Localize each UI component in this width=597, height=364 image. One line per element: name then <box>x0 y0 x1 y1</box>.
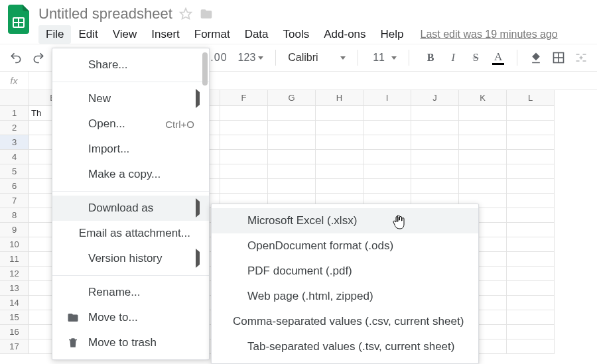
italic-button[interactable]: I <box>444 48 462 68</box>
cell[interactable] <box>364 106 411 121</box>
cell[interactable] <box>364 135 411 150</box>
cell[interactable] <box>507 296 555 310</box>
menu-data[interactable]: Data <box>237 25 276 44</box>
document-title[interactable]: Untitled spreadsheet <box>38 5 172 23</box>
cell[interactable] <box>507 150 555 164</box>
redo-icon[interactable] <box>29 48 48 68</box>
font-family-select[interactable]: Calibri <box>288 52 336 64</box>
cell[interactable] <box>459 179 507 194</box>
number-format[interactable]: 123 <box>238 52 264 64</box>
cell[interactable] <box>316 121 364 135</box>
undo-icon[interactable] <box>7 48 25 68</box>
cell[interactable] <box>316 150 364 164</box>
row-header[interactable]: 7 <box>0 194 29 208</box>
cell[interactable] <box>220 121 268 135</box>
cell[interactable] <box>459 164 507 179</box>
cell[interactable] <box>507 135 555 150</box>
download-csv[interactable]: Comma-separated values (.csv, current sh… <box>212 309 478 334</box>
file-open[interactable]: Open...Ctrl+O <box>52 111 209 137</box>
cell[interactable] <box>268 150 316 164</box>
cell[interactable] <box>220 106 268 121</box>
menu-tools[interactable]: Tools <box>276 25 317 44</box>
cell[interactable] <box>507 252 555 267</box>
cell[interactable] <box>507 223 555 237</box>
row-header[interactable]: 1 <box>0 106 29 121</box>
row-header[interactable]: 14 <box>0 296 29 310</box>
column-header[interactable]: H <box>316 90 364 106</box>
row-header[interactable]: 5 <box>0 164 29 179</box>
row-header[interactable]: 13 <box>0 281 29 296</box>
decimal-decrease[interactable]: .00 <box>210 52 227 64</box>
cell[interactable] <box>220 135 268 150</box>
cell[interactable] <box>459 121 507 135</box>
cell[interactable] <box>364 150 411 164</box>
column-header[interactable]: G <box>268 90 316 106</box>
cell[interactable] <box>364 121 411 135</box>
cell[interactable] <box>316 135 364 150</box>
cell[interactable] <box>507 106 555 121</box>
file-import[interactable]: Import... <box>52 137 209 162</box>
cell[interactable] <box>411 135 459 150</box>
cell[interactable] <box>364 164 411 179</box>
row-header[interactable]: 8 <box>0 208 29 223</box>
borders-button[interactable] <box>549 48 568 68</box>
row-header[interactable]: 11 <box>0 252 29 267</box>
cell[interactable] <box>411 106 459 121</box>
file-new[interactable]: New <box>52 86 209 111</box>
column-header[interactable]: F <box>220 90 268 106</box>
cell[interactable] <box>268 121 316 135</box>
download-tsv[interactable]: Tab-separated values (.tsv, current shee… <box>212 334 478 359</box>
row-header[interactable]: 12 <box>0 267 29 281</box>
text-color-button[interactable]: A <box>489 48 507 68</box>
cell[interactable] <box>507 208 555 223</box>
cell[interactable] <box>507 164 555 179</box>
sheets-logo[interactable] <box>5 5 33 33</box>
column-header[interactable]: L <box>507 90 555 106</box>
column-header[interactable]: K <box>459 90 507 106</box>
cell[interactable] <box>507 310 555 325</box>
star-icon[interactable] <box>179 7 192 21</box>
cell[interactable] <box>459 106 507 121</box>
menu-addons[interactable]: Add-ons <box>316 25 373 44</box>
row-header[interactable]: 10 <box>0 237 29 252</box>
select-all-corner[interactable] <box>0 90 29 106</box>
file-move-to[interactable]: Move to... <box>52 305 209 330</box>
bold-button[interactable]: B <box>421 48 440 68</box>
cell[interactable] <box>459 135 507 150</box>
cell[interactable] <box>316 106 364 121</box>
file-rename[interactable]: Rename... <box>52 280 209 305</box>
cell[interactable] <box>411 121 459 135</box>
cell[interactable] <box>411 179 459 194</box>
folder-icon[interactable] <box>199 7 214 21</box>
download-html[interactable]: Web page (.html, zipped) <box>212 284 478 309</box>
merge-button[interactable] <box>572 48 590 68</box>
cell[interactable] <box>220 179 268 194</box>
row-header[interactable]: 15 <box>0 310 29 325</box>
download-pdf[interactable]: PDF document (.pdf) <box>212 259 478 284</box>
cell[interactable] <box>364 179 411 194</box>
file-make-copy[interactable]: Make a copy... <box>52 162 209 187</box>
cell[interactable] <box>507 267 555 281</box>
download-xlsx[interactable]: Microsoft Excel (.xlsx) <box>212 208 478 233</box>
file-version-history[interactable]: Version history <box>52 246 209 271</box>
last-edit-link[interactable]: Last edit was 19 minutes ago <box>421 29 558 40</box>
cell[interactable] <box>220 150 268 164</box>
cell[interactable] <box>268 106 316 121</box>
menu-help[interactable]: Help <box>373 25 411 44</box>
cell[interactable] <box>507 281 555 296</box>
cell[interactable] <box>268 135 316 150</box>
menu-format[interactable]: Format <box>187 25 237 44</box>
row-header[interactable]: 17 <box>0 339 29 354</box>
cell[interactable] <box>316 179 364 194</box>
row-header[interactable]: 4 <box>0 150 29 164</box>
row-header[interactable]: 6 <box>0 179 29 194</box>
cell[interactable] <box>268 179 316 194</box>
cell[interactable] <box>507 339 555 354</box>
file-move-to-trash[interactable]: Move to trash <box>52 330 209 355</box>
cell[interactable] <box>316 164 364 179</box>
cell[interactable] <box>411 164 459 179</box>
cell[interactable] <box>268 164 316 179</box>
cell[interactable] <box>507 121 555 135</box>
cell[interactable] <box>220 164 268 179</box>
menu-view[interactable]: View <box>105 25 145 44</box>
